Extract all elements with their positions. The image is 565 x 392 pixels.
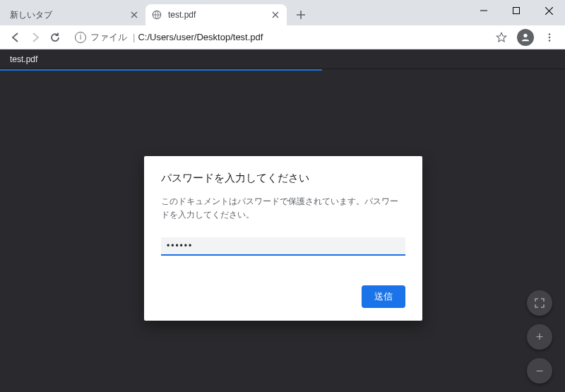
- maximize-icon[interactable]: [500, 0, 533, 21]
- globe-icon: [151, 9, 162, 20]
- back-icon[interactable]: [6, 28, 25, 47]
- menu-kebab-icon[interactable]: [540, 28, 559, 47]
- password-dialog: パスワードを入力してください このドキュメントはパスワードで保護されています。パ…: [144, 156, 422, 321]
- submit-button[interactable]: 送信: [362, 285, 405, 308]
- svg-point-2: [523, 33, 527, 37]
- svg-point-5: [549, 40, 551, 42]
- new-tab-button[interactable]: [291, 5, 311, 25]
- loading-progress-fill: [0, 69, 322, 71]
- tab-new[interactable]: 新しいタブ: [4, 4, 145, 25]
- profile-avatar-icon[interactable]: [517, 29, 534, 46]
- window-close-icon[interactable]: [533, 0, 565, 21]
- password-input[interactable]: [161, 237, 405, 256]
- pdf-viewer: test.pdf パスワードを入力してください このドキュメントはパスワードで保…: [0, 49, 565, 392]
- viewer-filename-bar: test.pdf: [0, 49, 565, 69]
- minimize-icon[interactable]: [468, 0, 500, 21]
- window-controls: [468, 0, 565, 21]
- loading-progress: [0, 69, 565, 71]
- bookmark-star-icon[interactable]: [492, 28, 511, 47]
- fit-to-page-icon[interactable]: [527, 290, 552, 316]
- dialog-title: パスワードを入力してください: [161, 172, 405, 185]
- reload-icon[interactable]: [45, 28, 65, 47]
- tab-strip: 新しいタブ test.pdf: [0, 0, 565, 25]
- info-icon[interactable]: i: [75, 32, 86, 43]
- dialog-message: このドキュメントはパスワードで保護されています。パスワードを入力してください。: [161, 195, 405, 222]
- tab-title: 新しいタブ: [10, 9, 129, 21]
- browser-toolbar: i ファイル | C:/Users/user/Desktop/test.pdf: [0, 25, 565, 49]
- tab-pdf[interactable]: test.pdf: [145, 4, 287, 25]
- zoom-in-icon[interactable]: +: [527, 324, 552, 350]
- url-prefix: ファイル: [90, 31, 127, 44]
- address-bar[interactable]: i ファイル | C:/Users/user/Desktop/test.pdf: [69, 28, 483, 47]
- zoom-out-icon[interactable]: −: [527, 358, 552, 384]
- viewer-filename: test.pdf: [10, 54, 37, 64]
- forward-icon[interactable]: [25, 28, 45, 47]
- close-icon[interactable]: [129, 9, 140, 20]
- svg-point-4: [549, 36, 551, 38]
- svg-point-3: [549, 33, 551, 35]
- zoom-controls: + −: [527, 290, 552, 384]
- url-separator: |: [133, 32, 135, 42]
- close-icon[interactable]: [270, 9, 281, 20]
- url-text: C:/Users/user/Desktop/test.pdf: [138, 32, 263, 42]
- svg-rect-1: [513, 8, 520, 14]
- tab-title: test.pdf: [168, 10, 270, 20]
